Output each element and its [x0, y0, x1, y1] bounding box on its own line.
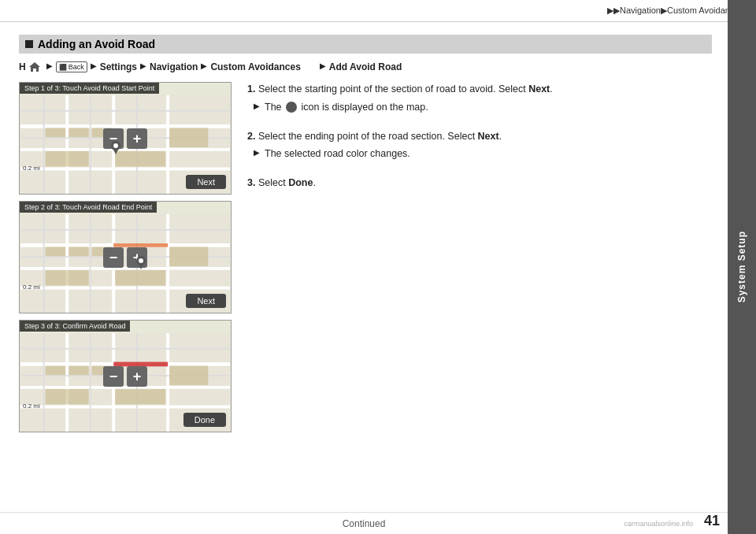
arrow-5: ▶ — [320, 61, 326, 70]
svg-rect-35 — [69, 247, 89, 256]
svg-rect-18 — [169, 128, 208, 147]
section-heading-text: Adding an Avoid Road — [38, 38, 155, 50]
svg-rect-14 — [69, 128, 89, 137]
zoom-in-btn-1[interactable]: + — [127, 128, 147, 149]
instruction-2-text: 2. Select the ending point of the road s… — [247, 129, 712, 144]
svg-rect-57 — [69, 365, 89, 375]
next-btn-2[interactable]: Next — [186, 294, 226, 308]
instruction-1-body: Select the starting point of the section… — [258, 83, 553, 95]
left-column-maps: Step 1 of 3: Touch Avoid Road Start Poin… — [19, 82, 232, 432]
svg-point-43 — [139, 258, 143, 263]
instruction-block-1: 1. Select the starting point of the sect… — [247, 82, 712, 115]
nav-add-avoid-road: Add Avoid Road — [329, 61, 402, 72]
sidebar-label: System Setup — [736, 231, 747, 302]
instruction-2-number: 2. — [247, 131, 255, 142]
arrow-1: ▶ — [46, 61, 53, 70]
continued-text: Continued — [343, 518, 386, 529]
nav-breadcrumb-line: H ▶ ⬛ Back ▶ Settings ▶ Navigation ▶ Cus… — [19, 61, 712, 72]
instruction-1-number: 1. — [247, 83, 255, 95]
map-pin-1 — [110, 140, 121, 159]
map-box-2: Step 2 of 3: Touch Avoid Road End Point — [19, 201, 232, 313]
step-label-1: Step 1 of 3: Touch Avoid Road Start Poin… — [20, 83, 159, 94]
section-heading: Adding an Avoid Road — [19, 35, 712, 54]
svg-point-21 — [113, 143, 118, 148]
map-pin-2 — [135, 255, 146, 274]
instruction-3-text: 3. Select Done. — [247, 176, 712, 191]
zoom-out-btn-3[interactable]: − — [103, 366, 124, 387]
next-btn-1[interactable]: Next — [186, 175, 226, 189]
distance-3: 0.2 mi — [23, 402, 40, 410]
svg-rect-37 — [46, 270, 89, 286]
right-sidebar: System Setup — [728, 0, 756, 534]
instruction-3-body: Select Done. — [258, 177, 316, 188]
breadcrumb-text: ▶▶Navigation▶Custom Avoidances — [607, 6, 743, 16]
map-box-1: Step 1 of 3: Touch Avoid Road Start Poin… — [19, 82, 232, 195]
instruction-block-3: 3. Select Done. — [247, 176, 712, 191]
arrow-3: ▶ — [140, 61, 146, 70]
zoom-in-btn-3[interactable]: + — [127, 366, 147, 387]
watermark: carmanualsonline.info — [624, 520, 693, 528]
right-column-instructions: 1. Select the starting point of the sect… — [247, 82, 712, 432]
svg-marker-0 — [29, 62, 40, 72]
top-breadcrumb-bar: ▶▶Navigation▶Custom Avoidances — [0, 0, 756, 22]
main-content: Adding an Avoid Road H ▶ ⬛ Back ▶ Settin… — [0, 22, 728, 534]
distance-1: 0.2 mi — [23, 165, 40, 172]
page-number: 41 — [704, 513, 720, 529]
bottom-bar: Continued — [0, 512, 728, 534]
svg-rect-16 — [46, 151, 89, 167]
svg-rect-60 — [115, 389, 165, 405]
instruction-1-text: 1. Select the starting point of the sect… — [247, 82, 712, 97]
tri-arrow-1: ▶ — [254, 100, 260, 115]
arrow-2: ▶ — [91, 61, 97, 70]
svg-rect-39 — [169, 247, 208, 266]
svg-marker-42 — [138, 263, 144, 269]
zoom-controls-3: − + — [103, 366, 147, 387]
distance-2: 0.2 mi — [23, 284, 40, 291]
columns-layout: Step 1 of 3: Touch Avoid Road Start Poin… — [19, 82, 712, 432]
svg-rect-56 — [46, 365, 66, 375]
map-box-3: Step 3 of 3: Confirm Avoid Road — [19, 320, 232, 432]
home-icon: H — [19, 61, 26, 72]
svg-rect-13 — [46, 128, 66, 137]
back-badge: ⬛ Back — [56, 61, 87, 72]
done-btn[interactable]: Done — [183, 413, 226, 427]
instruction-3-number: 3. — [247, 177, 255, 188]
instruction-2-body: Select the ending point of the road sect… — [258, 131, 502, 142]
arrow-4: ▶ — [201, 61, 207, 70]
instruction-1-sub: ▶ The icon is displayed on the map. — [254, 100, 712, 115]
tri-arrow-2: ▶ — [254, 146, 260, 161]
svg-rect-59 — [46, 389, 89, 405]
nav-settings: Settings — [100, 61, 137, 72]
step-label-2: Step 2 of 3: Touch Avoid Road End Point — [20, 202, 157, 213]
instruction-block-2: 2. Select the ending point of the road s… — [247, 129, 712, 162]
nav-custom-avoidances: Custom Avoidances — [210, 61, 300, 72]
nav-navigation: Navigation — [150, 61, 198, 72]
svg-rect-34 — [46, 247, 66, 256]
svg-rect-61 — [169, 365, 208, 385]
svg-marker-20 — [113, 148, 119, 154]
step-label-3: Step 3 of 3: Confirm Avoid Road — [20, 321, 130, 332]
instruction-1-sub-text: The icon is displayed on the map. — [265, 100, 428, 115]
svg-rect-17 — [115, 151, 165, 167]
instruction-2-sub: ▶ The selected road color changes. — [254, 146, 712, 161]
home-circle-icon — [28, 61, 42, 72]
instruction-2-sub-text: The selected road color changes. — [265, 146, 410, 161]
zoom-out-btn-2[interactable]: − — [103, 247, 124, 268]
heading-square-icon — [25, 40, 33, 48]
